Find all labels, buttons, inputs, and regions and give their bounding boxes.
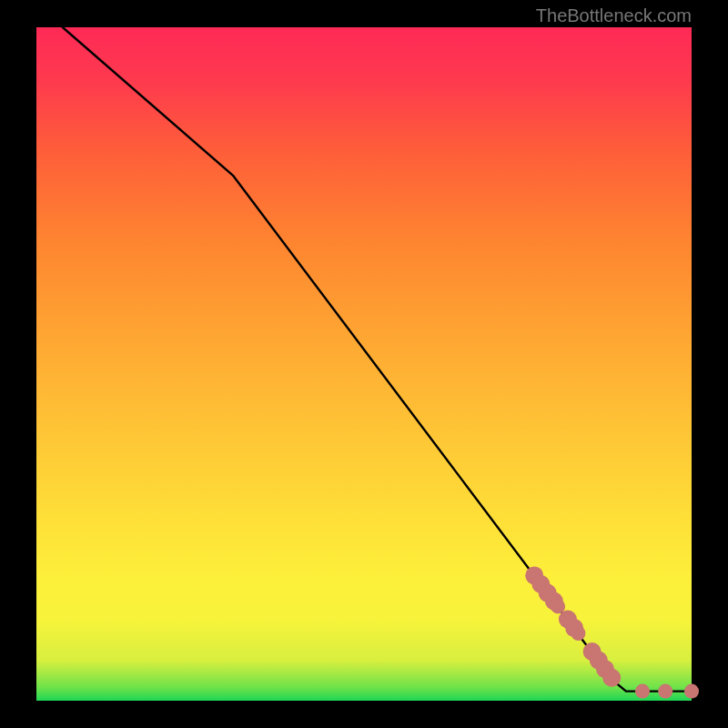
bottleneck-points	[525, 566, 699, 698]
bottleneck-point	[571, 626, 585, 641]
bottleneck-point	[658, 684, 672, 699]
watermark-text: TheBottleneck.com	[536, 5, 692, 26]
bottleneck-point	[684, 684, 699, 699]
plot-area	[36, 27, 692, 701]
bottleneck-point	[602, 669, 621, 687]
chart-frame: TheBottleneck.com	[0, 0, 728, 728]
bottleneck-point	[635, 684, 650, 699]
curve-black	[63, 27, 692, 692]
chart-svg	[36, 27, 692, 701]
